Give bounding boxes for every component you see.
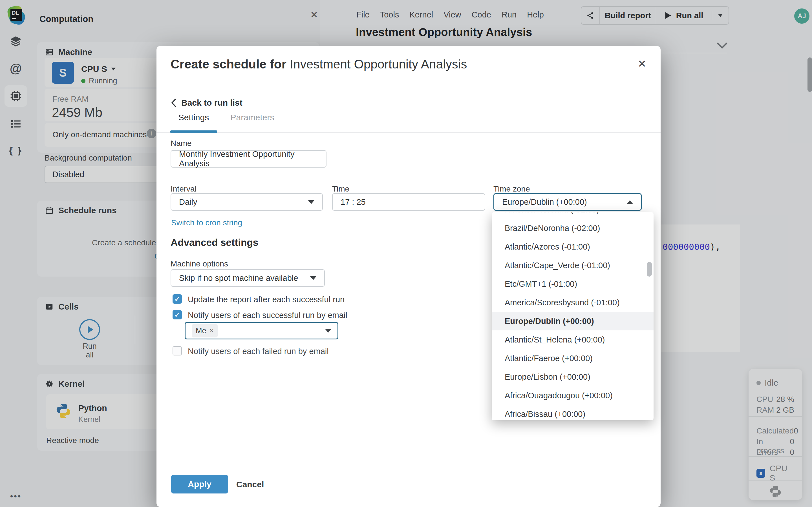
switch-to-cron-link[interactable]: Switch to cron string: [171, 218, 242, 227]
notify-failed-label: Notify users of each failed run by email: [188, 347, 329, 356]
timezone-option[interactable]: Atlantic/St_Helena (+00:00): [492, 330, 654, 349]
timezone-option[interactable]: America/Noronha (-02:00): [492, 212, 654, 219]
timezone-option[interactable]: Africa/Bissau (+00:00): [492, 405, 654, 420]
tab-parameters[interactable]: Parameters: [229, 113, 276, 122]
cancel-button[interactable]: Cancel: [236, 480, 264, 489]
time-label: Time: [332, 184, 349, 193]
chevron-down-icon: [308, 200, 314, 204]
notify-success-label: Notify users of each successful run by e…: [188, 311, 347, 320]
notify-users-multiselect[interactable]: Me×: [185, 322, 338, 339]
remove-chip-icon[interactable]: ×: [210, 327, 214, 335]
timezone-option[interactable]: Atlantic/Faeroe (+00:00): [492, 349, 654, 368]
timezone-option[interactable]: Europe/Lisbon (+00:00): [492, 368, 654, 386]
timezone-option[interactable]: Etc/GMT+1 (-01:00): [492, 275, 654, 293]
notify-success-checkbox[interactable]: ✓: [172, 310, 182, 320]
timezone-option[interactable]: Atlantic/Cape_Verde (-01:00): [492, 256, 654, 275]
machine-options-label: Machine options: [170, 260, 228, 269]
back-to-run-list[interactable]: Back to run list: [171, 98, 243, 108]
name-label: Name: [170, 139, 192, 148]
datalore-app: DL Computation × @ { } •••: [0, 0, 812, 507]
dropdown-scrollbar[interactable]: [647, 262, 652, 277]
timezone-select[interactable]: Europe/Dublin (+00:00): [493, 193, 642, 211]
timezone-option[interactable]: Atlantic/Azores (-01:00): [492, 237, 654, 256]
timezone-label: Time zone: [493, 184, 530, 193]
active-tab-underline: [170, 130, 217, 133]
user-chip[interactable]: Me×: [192, 324, 218, 337]
update-report-label: Update the report after each successful …: [188, 295, 345, 304]
timezone-dropdown: America/Noronha (-02:00) Brazil/DeNoronh…: [492, 212, 654, 420]
machine-options-select[interactable]: Skip if no spot machine available: [170, 269, 325, 287]
update-report-checkbox[interactable]: ✓: [172, 294, 182, 304]
timezone-option[interactable]: Africa/Ouagadougou (+00:00): [492, 386, 654, 405]
interval-label: Interval: [170, 184, 197, 193]
chevron-up-icon: [627, 200, 633, 204]
tabs-divider: [156, 132, 661, 133]
modal-title: Create schedule for Investment Opportuni…: [170, 57, 467, 71]
footer-divider: [156, 461, 661, 461]
apply-button[interactable]: Apply: [171, 475, 228, 494]
back-chevron-icon: [171, 99, 176, 107]
timezone-option[interactable]: America/Scoresbysund (-01:00): [492, 293, 654, 312]
chevron-down-icon: [310, 276, 316, 280]
timezone-option[interactable]: Brazil/DeNoronha (-02:00): [492, 219, 654, 237]
time-input[interactable]: 17 : 25: [332, 193, 485, 211]
chevron-down-icon: [325, 329, 331, 333]
tab-settings[interactable]: Settings: [170, 113, 217, 122]
advanced-settings-title: Advanced settings: [170, 237, 258, 248]
check-icon: ✓: [174, 295, 180, 303]
interval-select[interactable]: Daily: [170, 193, 323, 211]
timezone-option-selected[interactable]: Europe/Dublin (+00:00): [492, 312, 654, 330]
close-icon[interactable]: ×: [634, 56, 650, 72]
name-input[interactable]: Monthly Investment Opportunity Analysis: [170, 150, 326, 168]
check-icon: ✓: [174, 311, 180, 319]
notify-failed-checkbox[interactable]: [172, 346, 182, 355]
